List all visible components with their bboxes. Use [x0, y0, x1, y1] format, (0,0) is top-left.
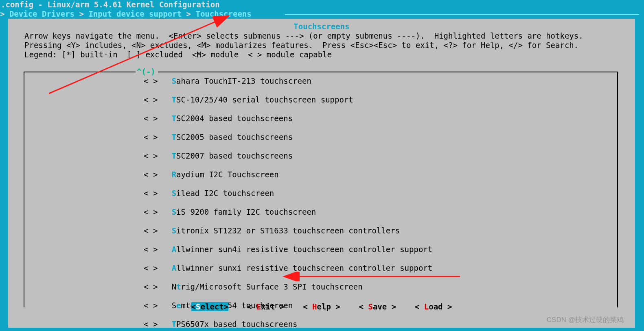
- box-border: [24, 72, 136, 72]
- menu-item[interactable]: < > Allwinner sunxi resistive touchscree…: [144, 263, 437, 273]
- menu-item[interactable]: < > Silead I2C touchscreen: [144, 189, 437, 198]
- menu-item[interactable]: < > TSC2004 based touchscreens: [144, 114, 437, 123]
- save-button[interactable]: < Save >: [359, 302, 396, 311]
- menu-item[interactable]: < > Allwinner sun4i resistive touchscree…: [144, 245, 437, 254]
- title-text: .config - Linux/arm 5.4.61 Kernel Config…: [1, 0, 220, 9]
- terminal: .config - Linux/arm 5.4.61 Kernel Config…: [0, 0, 644, 331]
- menu-item[interactable]: < > TSC-10/25/40 serial touchscreen supp…: [144, 95, 437, 105]
- box-border: [158, 72, 618, 72]
- box-border: [24, 72, 24, 307]
- select-button[interactable]: <Select>: [191, 302, 229, 311]
- menu-item[interactable]: < > TSC2007 based touchscreens: [144, 151, 437, 161]
- breadcrumb-sep: >: [0, 9, 9, 18]
- menu-item[interactable]: < > Raydium I2C Touchscreen: [144, 170, 437, 179]
- menu-item[interactable]: < > Sitronix ST1232 or ST1633 touchscree…: [144, 226, 437, 235]
- breadcrumb-item[interactable]: Device Drivers: [9, 9, 74, 18]
- button-bar: <Select> < Exit > < Help > < Save > < Lo…: [8, 302, 635, 311]
- menu-item[interactable]: < > Sahara TouchIT-213 touchscreen: [144, 76, 437, 86]
- window-title: .config - Linux/arm 5.4.61 Kernel Config…: [0, 0, 644, 9]
- watermark: CSDN @技术过硬的菜鸡: [547, 315, 624, 324]
- load-button[interactable]: < Load >: [415, 302, 452, 311]
- menu-title: Touchscreens: [8, 22, 635, 31]
- menu-item[interactable]: < > SiS 9200 family I2C touchscreen: [144, 207, 437, 217]
- breadcrumb-divider: [285, 14, 639, 15]
- scroll-up-indicator: ^(-): [137, 67, 156, 76]
- config-panel: Touchscreens Arrow keys navigate the men…: [8, 19, 635, 328]
- exit-button[interactable]: < Exit >: [247, 302, 285, 311]
- box-border: [617, 72, 618, 307]
- menu-items: < > Sahara TouchIT-213 touchscreen < > T…: [144, 76, 437, 331]
- breadcrumb-item[interactable]: Touchscreens: [195, 9, 251, 18]
- breadcrumb-sep: >: [182, 9, 195, 18]
- breadcrumb-item[interactable]: Input device support: [88, 9, 182, 18]
- menu-listbox[interactable]: ^(-) < > Sahara TouchIT-213 touchscreen …: [24, 72, 618, 307]
- menu-item[interactable]: < > TSC2005 based touchscreens: [144, 133, 437, 142]
- menu-item[interactable]: < > TPS6507x based touchscreens: [144, 320, 437, 329]
- help-button[interactable]: < Help >: [303, 302, 340, 311]
- breadcrumb-sep: >: [74, 9, 88, 18]
- help-text: Arrow keys navigate the menu. <Enter> se…: [24, 31, 619, 59]
- menu-item[interactable]: < > Ntrig/Microsoft Surface 3 SPI touchs…: [144, 282, 437, 292]
